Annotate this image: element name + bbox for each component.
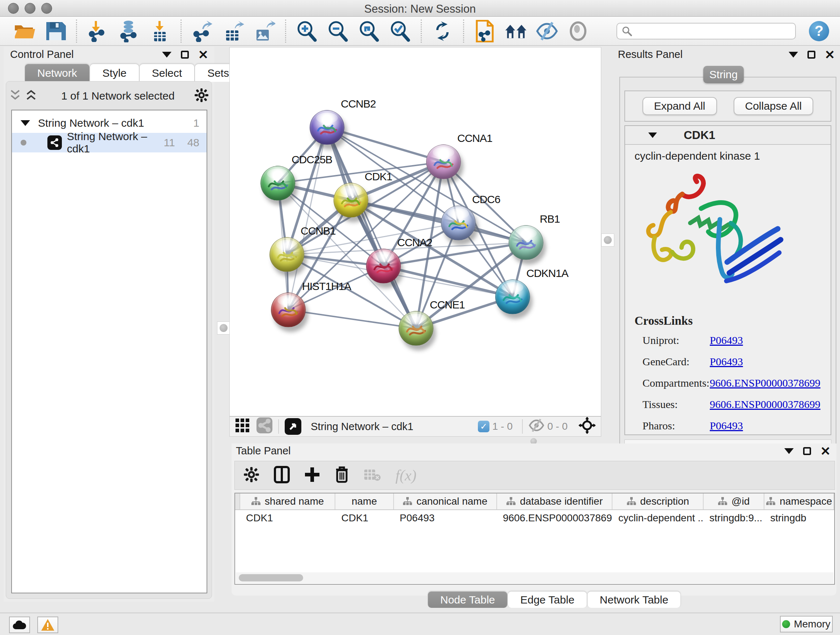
expand-all-networks-icon[interactable] [26, 89, 36, 103]
panel-menu-icon[interactable] [162, 52, 172, 57]
cloud-status-button[interactable] [9, 616, 30, 633]
table-cell[interactable]: cyclin-dependent ... [613, 512, 704, 524]
gene-section-header[interactable]: CDK1 [625, 126, 831, 145]
network-node-ccna2[interactable] [366, 249, 401, 283]
column-header--id[interactable]: @id [704, 494, 764, 509]
zoom-in-button[interactable] [295, 20, 318, 42]
apply-layout-button[interactable] [431, 20, 454, 42]
first-neighbors-button[interactable] [505, 20, 527, 42]
tab-edge-table[interactable]: Edge Table [508, 591, 587, 608]
export-network-button[interactable] [191, 20, 213, 42]
table-cell[interactable]: stringdb [764, 512, 834, 524]
column-header-name[interactable]: name [335, 494, 393, 509]
table-cell[interactable]: stringdb:9... [704, 512, 764, 524]
search-input[interactable] [632, 25, 784, 36]
pan-crosshair-icon[interactable] [578, 417, 596, 437]
network-node-rb1[interactable] [508, 225, 543, 260]
tab-string[interactable]: String [703, 66, 744, 83]
delete-column-trash-icon[interactable] [335, 466, 349, 485]
network-node-ccnb2[interactable] [309, 110, 344, 145]
tab-select[interactable]: Select [139, 64, 195, 82]
tab-node-table[interactable]: Node Table [428, 591, 508, 608]
crosslink-link[interactable]: 9606.ENSP00000378699 [710, 398, 821, 410]
network-edges-layer[interactable] [230, 48, 601, 416]
show-columns-icon[interactable] [274, 466, 290, 485]
zoom-fit-button[interactable] [358, 20, 380, 42]
network-node-ccna1[interactable] [426, 144, 461, 179]
selected-checkbox-icon[interactable]: ✓ [478, 421, 489, 432]
import-table-file-button[interactable] [149, 20, 171, 42]
panel-menu-icon[interactable] [789, 52, 798, 57]
network-row[interactable]: String Network – cdk1 11 48 [12, 133, 207, 152]
hidden-eye-icon[interactable] [529, 418, 545, 435]
collapse-all-button[interactable]: Collapse All [734, 97, 813, 115]
collection-expand-icon[interactable] [21, 120, 30, 126]
import-network-file-button[interactable] [87, 20, 109, 42]
export-table-button[interactable] [222, 20, 245, 42]
panel-close-icon[interactable]: ✕ [825, 51, 835, 59]
import-network-database-button[interactable] [118, 20, 140, 42]
scrollbar-thumb[interactable] [239, 574, 303, 581]
table-h-scrollbar[interactable] [236, 572, 834, 583]
network-canvas[interactable]: CCNB2CCNA1CDC25BCDK1CDC6RB1CCNB1CCNA2CDK… [229, 47, 601, 416]
table-cell[interactable]: CDK1 [335, 512, 393, 524]
network-options-gear-icon[interactable] [194, 88, 209, 104]
export-image-button[interactable] [253, 20, 276, 42]
tab-network[interactable]: Network [25, 64, 90, 82]
network-node-hist1h1a[interactable] [271, 293, 306, 327]
table-cell[interactable]: P06493 [394, 512, 497, 524]
table-cell[interactable]: 9606.ENSP00000378699 [497, 512, 613, 524]
birds-eye-view-button[interactable] [285, 418, 302, 435]
table-row[interactable]: CDK1CDK1P064939606.ENSP00000378699cyclin… [235, 510, 834, 526]
table-settings-gear-icon[interactable] [243, 467, 259, 484]
left-splitter-handle[interactable] [217, 321, 230, 334]
column-header-shared-name[interactable]: shared name [240, 494, 336, 509]
column-header-canonical-name[interactable]: canonical name [394, 494, 497, 509]
network-edge[interactable] [351, 200, 526, 242]
network-edge[interactable] [327, 127, 416, 328]
panel-float-icon[interactable] [181, 51, 189, 59]
panel-close-icon[interactable]: ✕ [198, 51, 209, 59]
gene-expand-icon[interactable] [648, 133, 657, 138]
create-column-plus-icon[interactable] [304, 467, 320, 484]
network-collection-row[interactable]: String Network – cdk1 1 [12, 113, 207, 133]
expand-all-button[interactable]: Expand All [643, 97, 717, 115]
network-from-file-button[interactable] [474, 20, 496, 42]
panel-float-icon[interactable] [803, 447, 811, 455]
zoom-selected-button[interactable] [389, 20, 411, 42]
right-splitter-handle[interactable] [601, 233, 614, 247]
hide-selected-button[interactable] [536, 20, 558, 42]
collapse-all-networks-icon[interactable] [10, 89, 21, 103]
column-header-database-identifier[interactable]: database identifier [497, 494, 613, 509]
save-session-button[interactable] [44, 20, 66, 42]
network-node-cdc6[interactable] [441, 206, 476, 241]
crosslink-link[interactable]: P06493 [710, 356, 743, 368]
search-box[interactable] [616, 23, 796, 40]
node-table[interactable]: shared namenamecanonical namedatabase id… [234, 493, 835, 585]
warning-status-button[interactable] [37, 616, 58, 633]
zoom-out-button[interactable] [327, 20, 349, 42]
network-node-ccnb1[interactable] [270, 237, 304, 272]
column-header-description[interactable]: description [613, 494, 704, 509]
crosslink-link[interactable]: P06493 [710, 334, 743, 347]
open-session-button[interactable] [13, 20, 35, 42]
table-cell[interactable]: CDK1 [240, 512, 335, 524]
panel-close-icon[interactable]: ✕ [821, 447, 831, 455]
network-node-cdkn1a[interactable] [495, 279, 530, 314]
panel-float-icon[interactable] [807, 51, 815, 59]
crosslink-link[interactable]: P06493 [710, 420, 743, 432]
column-header-namespace[interactable]: namespace [764, 494, 834, 509]
panel-menu-icon[interactable] [784, 448, 794, 454]
network-node-cdk1[interactable] [333, 183, 368, 218]
network-node-ccne1[interactable] [399, 311, 433, 346]
network-edge[interactable] [288, 310, 416, 328]
network-node-cdc25b[interactable] [261, 166, 295, 201]
tab-style[interactable]: Style [90, 64, 139, 82]
help-button[interactable]: ? [809, 21, 829, 41]
tab-network-table[interactable]: Network Table [587, 591, 681, 608]
memory-button[interactable]: Memory [780, 616, 833, 632]
show-all-button[interactable] [567, 20, 589, 42]
crosslink-link[interactable]: 9606.ENSP00000378699 [710, 377, 821, 389]
network-mode-icon[interactable] [256, 417, 272, 436]
grid-mode-icon[interactable] [235, 418, 250, 435]
